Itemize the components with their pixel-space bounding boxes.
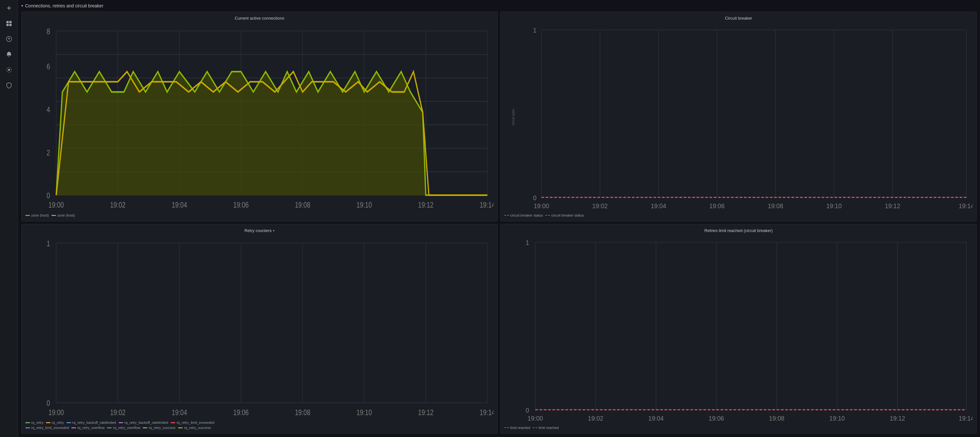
svg-text:19:02: 19:02 bbox=[110, 201, 126, 209]
svg-text:19:04: 19:04 bbox=[651, 202, 666, 209]
svg-text:19:14: 19:14 bbox=[480, 201, 493, 209]
svg-text:19:02: 19:02 bbox=[110, 408, 126, 417]
svg-text:19:08: 19:08 bbox=[295, 201, 310, 209]
svg-text:0: 0 bbox=[47, 399, 50, 407]
legend-retry-row2: rq_retry_limit_exceeded rq_retry_overflo… bbox=[25, 426, 493, 430]
legend-circuit-breaker: circuit breaker status circuit breaker s… bbox=[504, 213, 973, 217]
svg-rect-3 bbox=[10, 24, 11, 26]
legend-rl-item-0: limit reached bbox=[504, 426, 530, 430]
lri-0-label: rq_retry bbox=[31, 421, 43, 424]
panel-retries-limit-title: Retries limit reached (circuit breaker) bbox=[504, 228, 973, 233]
chart-circuit-breaker-svg: 1 0 19:00 19:02 19:04 19:06 19:08 19:10 … bbox=[504, 23, 973, 211]
lri-3-label: rq_retry_backoff_ratelimited bbox=[124, 421, 168, 424]
svg-text:19:14: 19:14 bbox=[959, 415, 973, 422]
lri-3-color bbox=[119, 422, 123, 423]
lri-9-label: rq_retry_success bbox=[184, 426, 211, 430]
shield-icon[interactable] bbox=[4, 80, 14, 90]
svg-text:1: 1 bbox=[526, 239, 529, 246]
lri-8-color bbox=[143, 427, 147, 428]
panel-circuit-breaker-title: Circuit breaker bbox=[504, 16, 973, 21]
legend-item-0: zone (host) bbox=[25, 213, 49, 217]
legend-rl-color-1 bbox=[533, 427, 537, 428]
svg-text:1: 1 bbox=[47, 239, 50, 248]
main-content: ▾ Connections, retries and circuit break… bbox=[18, 0, 980, 437]
svg-text:19:00: 19:00 bbox=[528, 415, 543, 422]
retry-dropdown-icon[interactable]: ▾ bbox=[273, 229, 275, 232]
svg-text:19:04: 19:04 bbox=[172, 408, 187, 417]
svg-text:19:06: 19:06 bbox=[709, 415, 724, 422]
svg-text:19:04: 19:04 bbox=[172, 201, 187, 209]
legend-retry-item-0: rq_retry bbox=[25, 421, 43, 424]
add-icon[interactable] bbox=[4, 3, 14, 13]
lri-5-color bbox=[25, 427, 30, 428]
legend-retry-item-4: rq_retry_limit_exceeded bbox=[171, 421, 214, 424]
chart-retries-limit: 1 0 19:00 19:02 19:04 19:06 19:08 19:10 … bbox=[504, 236, 973, 423]
svg-text:19:02: 19:02 bbox=[592, 202, 608, 209]
collapse-chevron[interactable]: ▾ bbox=[21, 3, 23, 8]
svg-text:19:10: 19:10 bbox=[356, 408, 372, 417]
legend-retry-item-5: rq_retry_limit_exceeded bbox=[25, 426, 69, 430]
panel-retry-counters: Retry counters ▾ bbox=[21, 224, 498, 434]
lri-1-label: rq_retry bbox=[52, 421, 64, 424]
legend-retries-limit: limit reached limit reached bbox=[504, 426, 973, 430]
lri-2-color bbox=[67, 422, 71, 423]
svg-text:8: 8 bbox=[47, 27, 50, 36]
svg-text:0: 0 bbox=[526, 407, 529, 414]
legend-retry-row1: rq_retry rq_retry rq_retry_backoff_ratel… bbox=[25, 421, 493, 424]
lri-6-color bbox=[72, 427, 76, 428]
chart-retries-limit-svg: 1 0 19:00 19:02 19:04 19:06 19:08 19:10 … bbox=[504, 236, 973, 423]
section-header: ▾ Connections, retries and circuit break… bbox=[21, 3, 977, 8]
svg-rect-2 bbox=[6, 24, 9, 26]
legend-cb-label-0: circuit breaker status bbox=[510, 213, 543, 217]
svg-text:19:10: 19:10 bbox=[829, 415, 845, 422]
svg-marker-5 bbox=[8, 37, 10, 40]
svg-text:19:08: 19:08 bbox=[295, 408, 310, 417]
legend-cb-color-1 bbox=[545, 215, 550, 215]
svg-text:19:12: 19:12 bbox=[890, 415, 905, 422]
svg-text:19:00: 19:00 bbox=[534, 202, 549, 209]
legend-color-0 bbox=[25, 215, 30, 216]
legend-color-1 bbox=[51, 215, 56, 216]
bell-icon[interactable] bbox=[4, 49, 14, 59]
svg-text:19:06: 19:06 bbox=[234, 201, 249, 209]
panel-active-connections-title: Current active connections bbox=[25, 16, 493, 21]
lri-4-color bbox=[171, 422, 175, 423]
retry-title-text: Retry counters bbox=[244, 228, 272, 233]
svg-text:2: 2 bbox=[47, 148, 50, 157]
svg-point-6 bbox=[8, 69, 10, 71]
svg-text:0: 0 bbox=[533, 194, 537, 201]
lri-8-label: rq_retry_success bbox=[148, 426, 175, 430]
lri-6-label: rq_retry_overflow bbox=[77, 426, 105, 430]
legend-retry-item-7: rq_retry_overflow bbox=[107, 426, 140, 430]
chart-active-connections: 0 2 4 6 8 19:00 19:02 19:04 19:06 19:08 … bbox=[25, 23, 493, 211]
legend-cb-label-1: circuit breaker status bbox=[551, 213, 584, 217]
lri-1-color bbox=[46, 422, 51, 423]
legend-cb-item-0: circuit breaker status bbox=[504, 213, 543, 217]
legend-rl-label-1: limit reached bbox=[539, 426, 558, 430]
legend-item-1: zone (host) bbox=[51, 213, 75, 217]
legend-label-1: zone (host) bbox=[57, 213, 75, 217]
legend-retry-item-6: rq_retry_overflow bbox=[72, 426, 105, 430]
chart-active-connections-svg: 0 2 4 6 8 19:00 19:02 19:04 19:06 19:08 … bbox=[25, 23, 493, 211]
dashboard-grid: Current active connections bbox=[21, 11, 977, 434]
svg-text:19:10: 19:10 bbox=[826, 202, 842, 209]
lri-5-label: rq_retry_limit_exceeded bbox=[31, 426, 69, 430]
gear-icon[interactable] bbox=[4, 65, 14, 75]
lri-2-label: rq_retry_backoff_ratelimited bbox=[72, 421, 116, 424]
legend-rl-label-0: limit reached bbox=[510, 426, 530, 430]
svg-text:19:00: 19:00 bbox=[49, 408, 64, 417]
chart-retry-counters: 1 0 19:00 19:02 19:04 19:06 19:08 19:10 … bbox=[25, 236, 493, 418]
svg-text:1: 1 bbox=[533, 26, 537, 34]
sidebar bbox=[0, 0, 18, 437]
svg-text:19:12: 19:12 bbox=[418, 201, 433, 209]
dashboard-icon[interactable] bbox=[4, 19, 14, 28]
lri-4-label: rq_retry_limit_exceeded bbox=[177, 421, 214, 424]
legend-rl-item-1: limit reached bbox=[533, 426, 558, 430]
svg-rect-1 bbox=[10, 21, 11, 23]
svg-text:19:00: 19:00 bbox=[49, 201, 64, 209]
lri-9-color bbox=[178, 427, 183, 428]
legend-cb-color-0 bbox=[504, 215, 509, 215]
legend-rl-color-0 bbox=[504, 427, 509, 428]
svg-text:19:12: 19:12 bbox=[418, 408, 433, 417]
compass-icon[interactable] bbox=[4, 34, 14, 44]
